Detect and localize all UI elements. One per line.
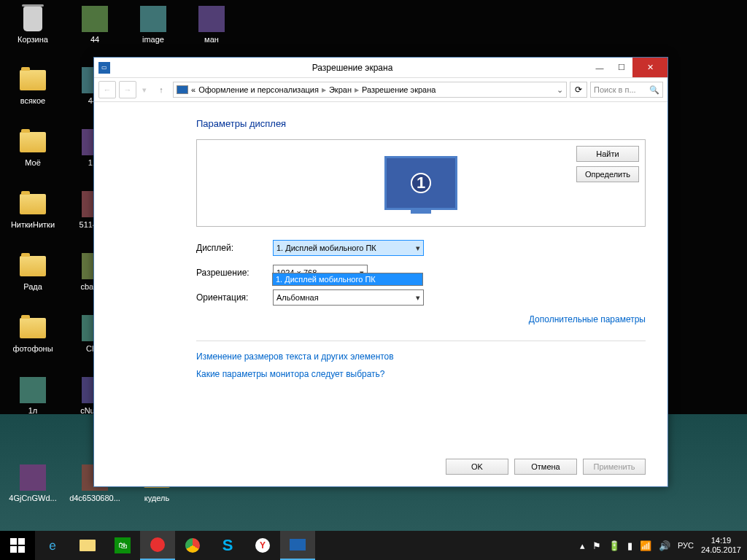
taskbar-store[interactable]: 🛍 bbox=[105, 531, 140, 560]
start-button[interactable] bbox=[0, 531, 35, 560]
folder-icon bbox=[80, 540, 96, 551]
titlebar[interactable]: ▭ Разрешение экрана — ☐ ✕ bbox=[94, 58, 667, 78]
display-preview: 1 Найти Определить bbox=[196, 139, 646, 227]
taskbar: ｅ 🛍 S Y ▴ ⚑ 🔋 ▮ 📶 🔊 РУС 14:19 24.05.2017 bbox=[0, 531, 747, 560]
chevron-right-icon: ▶ bbox=[322, 87, 326, 93]
window-title: Разрешение экрана bbox=[116, 63, 589, 73]
picture-icon bbox=[140, 6, 166, 32]
folder-icon bbox=[20, 194, 46, 214]
monitor-preview[interactable]: 1 bbox=[384, 156, 457, 210]
desktop-icon-всякое[interactable]: всякое bbox=[7, 66, 58, 105]
up-button[interactable]: ↑ bbox=[152, 81, 170, 98]
desktop-icon-НиткиНитки[interactable]: НиткиНитки bbox=[7, 190, 58, 229]
breadcrumb-item[interactable]: Оформление и персонализация bbox=[198, 85, 319, 94]
icon-label: фотофоны bbox=[7, 344, 58, 353]
minimize-button[interactable]: — bbox=[589, 58, 611, 77]
breadcrumb-item[interactable]: Разрешение экрана bbox=[362, 85, 436, 94]
icon-label: 1л bbox=[7, 406, 58, 415]
orientation-select[interactable]: Альбомная bbox=[273, 289, 424, 306]
svg-rect-2 bbox=[10, 546, 17, 553]
apply-button[interactable]: Применить bbox=[583, 459, 646, 475]
desktop-icon-фотофоны[interactable]: фотофоны bbox=[7, 314, 58, 353]
desktop-icon-ман[interactable]: ман bbox=[186, 4, 237, 44]
picture-icon bbox=[20, 464, 46, 491]
opera-icon bbox=[150, 537, 165, 552]
desktop-icon-4GjCnGWd...[interactable]: 4GjCnGWd... bbox=[7, 463, 58, 502]
display-label: Дисплей: bbox=[196, 243, 273, 253]
resolution-label: Разрешение: bbox=[196, 268, 273, 278]
taskbar-ie[interactable]: ｅ bbox=[35, 531, 70, 560]
wifi-icon[interactable]: 📶 bbox=[640, 540, 651, 551]
network-icon[interactable]: ▮ bbox=[627, 540, 632, 551]
tray-expand-icon[interactable]: ▴ bbox=[580, 540, 585, 551]
desktop-icon-Моё[interactable]: Моё bbox=[7, 128, 58, 167]
monitor-icon bbox=[177, 85, 188, 94]
navbar: ← → ▾ ↑ « Оформление и персонализация ▶ … bbox=[94, 78, 667, 102]
yandex-icon: Y bbox=[255, 538, 270, 553]
desktop-icon-image[interactable]: image bbox=[128, 4, 179, 44]
display-option[interactable]: 1. Дисплей мобильного ПК bbox=[273, 273, 422, 285]
folder-icon bbox=[20, 318, 46, 338]
history-dropdown[interactable]: ▾ bbox=[139, 81, 150, 98]
language-indicator[interactable]: РУС bbox=[678, 541, 694, 550]
taskbar-opera[interactable] bbox=[140, 531, 175, 560]
ie-icon: ｅ bbox=[46, 537, 59, 554]
page-title: Параметры дисплея bbox=[196, 118, 646, 129]
desktop-icon-Корзина[interactable]: Корзина bbox=[7, 4, 58, 44]
breadcrumb-item[interactable]: Экран bbox=[329, 85, 352, 94]
volume-icon[interactable]: 🔊 bbox=[659, 540, 670, 551]
control-panel-icon: ▭ bbox=[98, 62, 110, 74]
detect-button[interactable]: Определить bbox=[576, 166, 639, 182]
cancel-button[interactable]: Отмена bbox=[514, 459, 577, 475]
address-dropdown-icon[interactable]: ⌄ bbox=[557, 85, 563, 95]
display-dropdown: 1. Дисплей мобильного ПК bbox=[272, 273, 423, 286]
battery-icon[interactable]: 🔋 bbox=[608, 540, 620, 551]
ok-button[interactable]: OK bbox=[446, 459, 508, 475]
desktop[interactable]: Корзина44imageманвсякое444Моё111НиткиНит… bbox=[0, 0, 747, 531]
svg-rect-1 bbox=[18, 538, 25, 545]
desktop-icon-44[interactable]: 44 bbox=[69, 4, 120, 44]
clock[interactable]: 14:19 24.05.2017 bbox=[701, 536, 741, 555]
taskbar-chrome[interactable] bbox=[175, 531, 210, 560]
forward-button[interactable]: → bbox=[119, 81, 136, 98]
desktop-icon-Рада[interactable]: Рада bbox=[7, 252, 58, 291]
address-bar[interactable]: « Оформление и персонализация ▶ Экран ▶ … bbox=[173, 82, 567, 98]
picture-icon bbox=[82, 6, 108, 32]
text-size-link[interactable]: Изменение размеров текста и других элеме… bbox=[196, 351, 646, 362]
advanced-link[interactable]: Дополнительные параметры bbox=[196, 314, 646, 324]
taskbar-control-panel[interactable] bbox=[280, 531, 315, 560]
folder-icon bbox=[20, 132, 46, 152]
desktop-icon-1л[interactable]: 1л bbox=[7, 376, 58, 415]
back-button[interactable]: ← bbox=[98, 81, 116, 98]
taskbar-explorer[interactable] bbox=[70, 531, 105, 560]
svg-rect-3 bbox=[18, 546, 25, 553]
orientation-label: Ориентация: bbox=[196, 292, 273, 303]
icon-label: image bbox=[128, 35, 179, 44]
icon-label: Рада bbox=[7, 282, 58, 291]
taskbar-yandex[interactable]: Y bbox=[245, 531, 280, 560]
display-select[interactable]: 1. Дисплей мобильного ПК bbox=[273, 240, 424, 256]
icon-label: Корзина bbox=[7, 35, 58, 44]
refresh-button[interactable]: ⟳ bbox=[570, 82, 587, 98]
system-tray: ▴ ⚑ 🔋 ▮ 📶 🔊 РУС 14:19 24.05.2017 bbox=[580, 536, 747, 555]
search-input[interactable]: Поиск в п... 🔍 bbox=[590, 82, 663, 98]
icon-label: 4GjCnGWd... bbox=[7, 494, 58, 502]
icon-label: кудель bbox=[131, 494, 182, 502]
icon-label: 44 bbox=[69, 35, 120, 44]
maximize-button[interactable]: ☐ bbox=[611, 58, 632, 77]
skype-icon: S bbox=[222, 536, 233, 555]
folder-icon bbox=[20, 256, 46, 276]
which-monitor-link[interactable]: Какие параметры монитора следует выбрать… bbox=[196, 369, 646, 379]
icon-label: НиткиНитки bbox=[7, 220, 58, 229]
close-button[interactable]: ✕ bbox=[632, 58, 667, 77]
icon-label: d4c6530680... bbox=[69, 494, 120, 502]
icon-label: всякое bbox=[7, 96, 58, 105]
taskbar-skype[interactable]: S bbox=[210, 531, 245, 560]
divider bbox=[196, 341, 646, 341]
chrome-icon bbox=[185, 538, 200, 553]
control-panel-icon bbox=[290, 539, 306, 551]
search-icon: 🔍 bbox=[649, 85, 659, 95]
find-button[interactable]: Найти bbox=[576, 146, 639, 162]
flag-icon[interactable]: ⚑ bbox=[592, 540, 601, 551]
picture-icon bbox=[198, 6, 225, 32]
